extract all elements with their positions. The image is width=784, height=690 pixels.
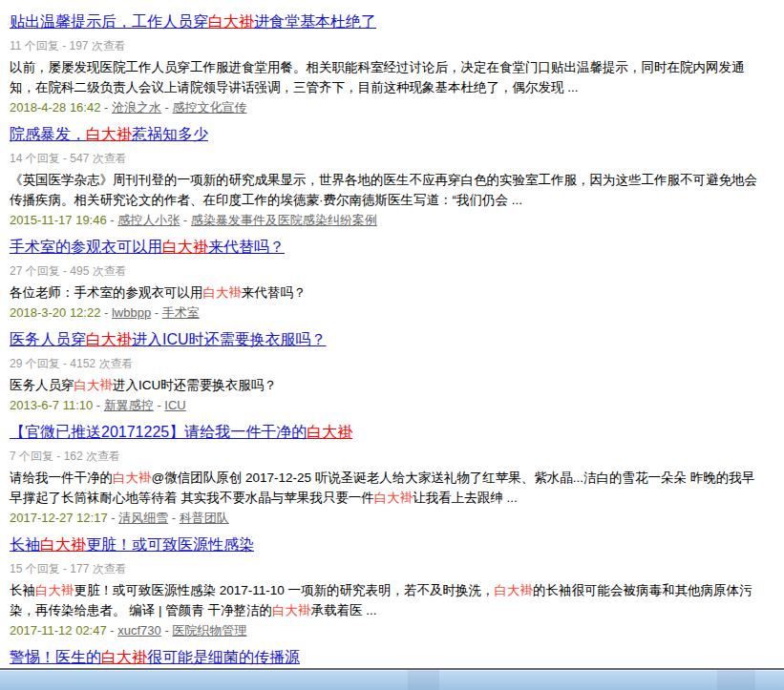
result-title-link[interactable]: 长袖白大褂更脏！或可致医源性感染 (10, 536, 254, 553)
text-segment: 惹祸知多少 (132, 126, 208, 142)
frame-segment (408, 670, 439, 690)
meta-separator: - (100, 100, 112, 115)
text-segment: 医务人员穿 (10, 378, 74, 392)
meta-separator: - (93, 398, 104, 412)
result-title: 院感暴发，白大褂惹祸知多少 (10, 124, 757, 145)
text-segment: 院感暴发， (10, 126, 86, 142)
result-date: 2018-3-20 12:22 (10, 305, 100, 320)
result-forum-link[interactable]: 医院织物管理 (172, 623, 246, 638)
text-segment: 进入ICU时还需要换衣服吗？ (113, 378, 277, 392)
meta-separator: - (180, 213, 191, 227)
text-segment: 请给我一件干净的 (10, 470, 113, 485)
result-meta: 2015-11-17 19:46 - 感控人小张 - 感染暴发事件及医院感染纠纷… (10, 212, 757, 229)
result-forum-link[interactable]: 手术室 (162, 305, 200, 320)
text-segment: 更脏！或可致医源性感染 2017-11-10 一项新的研究表明，若不及时换洗， (74, 583, 495, 597)
results-list: 贴出温馨提示后，工作人员穿白大褂进食堂基本杜绝了 11 个回复 - 197 次查… (0, 0, 784, 668)
text-segment: 各位老师：手术室的参观衣可以用 (10, 285, 203, 300)
text-segment: 警惕！医生的 (10, 649, 101, 665)
text-segment: 承载着医 ... (311, 603, 377, 617)
result-snippet: 请给我一件干净的白大褂@微信团队原创 2017-12-25 听说圣诞老人给大家送… (10, 468, 757, 508)
result-snippet: 《英国医学杂志》周刊刊登的一项新的研究成果显示，世界各地的医生不应再穿白色的实验… (10, 170, 757, 210)
meta-separator: - (161, 623, 173, 638)
highlight-keyword: 白大褂 (162, 239, 208, 255)
highlight-keyword: 白大褂 (208, 13, 254, 30)
result-stats: 14 个回复 - 547 次查看 (10, 151, 757, 166)
text-segment: 进食堂基本杜绝了 (254, 13, 376, 30)
search-result-item: 长袖白大褂更脏！或可致医源性感染 15 个回复 - 177 次查看 长袖白大褂更… (10, 534, 757, 639)
window-frame-bottom (0, 668, 784, 690)
meta-separator: - (100, 305, 112, 320)
text-segment: 来代替吗？ (242, 285, 307, 300)
result-meta: 2013-6-7 11:10 - 新翼感控 - ICU (10, 397, 757, 414)
result-title: 医务人员穿白大褂进入ICU时还需要换衣服吗？ (10, 329, 757, 350)
result-stats: 11 个回复 - 197 次查看 (10, 38, 757, 53)
result-title-link[interactable]: 医务人员穿白大褂进入ICU时还需要换衣服吗？ (10, 331, 327, 347)
search-result-item: 【官微已推送20171225】请给我一件干净的白大褂 7 个回复 - 162 次… (10, 422, 757, 527)
text-segment: 很可能是细菌的传播源 (147, 649, 300, 665)
text-segment: 手术室的参观衣可以用 (10, 239, 162, 255)
result-title: 手术室的参观衣可以用白大褂来代替吗？ (10, 237, 757, 258)
text-segment: 让我看上去跟绅 ... (413, 491, 518, 505)
meta-separator: - (161, 100, 173, 115)
result-date: 2015-11-17 19:46 (10, 213, 107, 227)
highlight-keyword: 白大褂 (495, 583, 534, 597)
text-segment: 贴出温馨提示后，工作人员穿 (10, 13, 208, 30)
result-stats: 29 个回复 - 4152 次查看 (10, 356, 757, 371)
result-snippet: 以前，屡屡发现医院工作人员穿工作服进食堂用餐。相关职能科室经过讨论后，决定在食堂… (10, 57, 757, 97)
highlight-keyword: 白大褂 (86, 126, 132, 142)
highlight-keyword: 白大褂 (374, 491, 413, 505)
text-segment: 长袖 (10, 536, 40, 553)
highlight-keyword: 白大褂 (307, 424, 352, 440)
result-title-link[interactable]: 院感暴发，白大褂惹祸知多少 (10, 126, 208, 142)
search-result-item: 警惕！医生的白大褂很可能是细菌的传播源 (10, 647, 757, 668)
result-date: 2013-6-7 11:10 (10, 398, 93, 412)
highlight-keyword: 白大褂 (40, 536, 86, 553)
result-title-link[interactable]: 【官微已推送20171225】请给我一件干净的白大褂 (10, 424, 352, 440)
meta-separator: - (154, 398, 165, 412)
window-frame-bar (0, 670, 784, 690)
result-stats: 7 个回复 - 162 次查看 (10, 449, 757, 464)
meta-separator: - (107, 213, 118, 227)
result-author-link[interactable]: 清风细雪 (118, 511, 168, 525)
highlight-keyword: 白大褂 (101, 649, 147, 665)
text-segment: 长袖 (10, 583, 35, 597)
result-meta: 2018-3-20 12:22 - lwbbpp - 手术室 (10, 304, 757, 322)
result-meta: 2017-11-12 02:47 - xucf730 - 医院织物管理 (10, 622, 757, 639)
search-result-item: 贴出温馨提示后，工作人员穿白大褂进食堂基本杜绝了 11 个回复 - 197 次查… (10, 11, 757, 116)
search-result-item: 手术室的参观衣可以用白大褂来代替吗？ 27 个回复 - 495 次查看 各位老师… (10, 237, 757, 322)
result-stats: 15 个回复 - 177 次查看 (10, 561, 757, 576)
meta-separator: - (107, 623, 118, 638)
result-date: 2017-11-12 02:47 (10, 623, 107, 638)
text-segment: 来代替吗？ (208, 239, 285, 255)
text-segment: 【官微已推送20171225】请给我一件干净的 (10, 424, 307, 440)
result-date: 2017-12-27 12:17 (10, 511, 108, 525)
result-snippet: 长袖白大褂更脏！或可致医源性感染 2017-11-10 一项新的研究表明，若不及… (10, 580, 757, 620)
search-result-item: 院感暴发，白大褂惹祸知多少 14 个回复 - 547 次查看 《英国医学杂志》周… (10, 124, 757, 229)
meta-separator: - (151, 305, 162, 320)
result-author-link[interactable]: 沧浪之水 (112, 100, 161, 115)
result-forum-link[interactable]: ICU (164, 398, 185, 412)
text-segment: 以前，屡屡发现医院工作人员穿工作服进食堂用餐。相关职能科室经过讨论后，决定在食堂… (10, 60, 745, 94)
search-result-item: 医务人员穿白大褂进入ICU时还需要换衣服吗？ 29 个回复 - 4152 次查看… (10, 329, 757, 414)
result-author-link[interactable]: xucf730 (117, 623, 161, 638)
highlight-keyword: 白大褂 (113, 470, 152, 485)
result-meta: 2017-12-27 12:17 - 清风细雪 - 科普团队 (10, 510, 757, 527)
text-segment: 更脏！或可致医源性感染 (86, 536, 254, 553)
result-author-link[interactable]: 新翼感控 (104, 398, 154, 412)
highlight-keyword: 白大褂 (35, 583, 74, 597)
text-segment: 进入ICU时还需要换衣服吗？ (132, 331, 327, 347)
highlight-keyword: 白大褂 (203, 285, 243, 300)
result-forum-link[interactable]: 感控文化宣传 (173, 100, 247, 115)
highlight-keyword: 白大褂 (74, 378, 114, 392)
result-stats: 27 个回复 - 495 次查看 (10, 263, 757, 279)
result-forum-link[interactable]: 感染暴发事件及医院感染纠纷案例 (191, 213, 377, 227)
highlight-keyword: 白大褂 (86, 331, 132, 347)
result-title-link[interactable]: 手术室的参观衣可以用白大褂来代替吗？ (10, 239, 285, 255)
result-title-link[interactable]: 警惕！医生的白大褂很可能是细菌的传播源 (10, 649, 300, 665)
meta-separator: - (108, 511, 119, 525)
forum-search-results-page: { "sep": " - ", "theme": { "title_color"… (0, 0, 784, 690)
result-author-link[interactable]: 感控人小张 (117, 213, 180, 227)
result-forum-link[interactable]: 科普团队 (180, 511, 229, 525)
result-author-link[interactable]: lwbbpp (112, 305, 151, 320)
result-title-link[interactable]: 贴出温馨提示后，工作人员穿白大褂进食堂基本杜绝了 (10, 13, 376, 30)
